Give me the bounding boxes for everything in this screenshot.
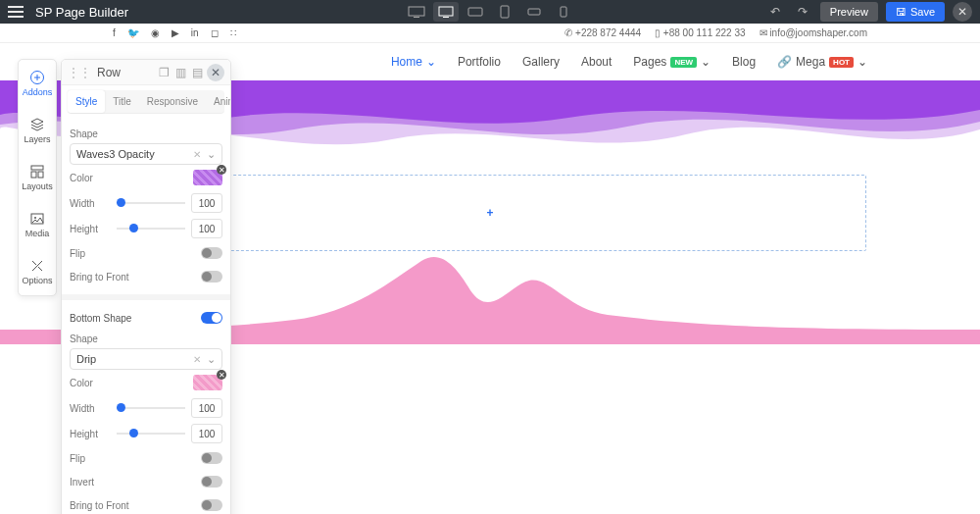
twitter-icon[interactable]: 🐦 [127, 27, 139, 38]
tool-layouts[interactable]: Layouts [19, 154, 56, 201]
width-label: Width [70, 198, 111, 209]
clear-color-icon[interactable]: ✕ [217, 165, 226, 175]
chevron-down-icon: ⌄ [207, 353, 216, 366]
nav-blog[interactable]: Blog [732, 55, 756, 69]
nav-home[interactable]: Home ⌄ [391, 55, 436, 69]
preview-button[interactable]: Preview [820, 2, 878, 22]
nav-gallery[interactable]: Gallery [522, 55, 560, 69]
bottom-color-swatch[interactable]: ✕ [193, 375, 222, 390]
media-icon [29, 211, 45, 227]
clear-color-icon[interactable]: ✕ [217, 370, 226, 380]
plus-circle-icon [29, 70, 45, 85]
phone2: ▯ +88 00 111 222 33 [655, 27, 745, 38]
top-height-slider[interactable] [117, 228, 185, 230]
section-divider [62, 294, 230, 300]
tool-addons[interactable]: Addons [19, 60, 56, 107]
svg-rect-2 [439, 7, 453, 16]
bottom-width-value[interactable]: 100 [191, 398, 222, 418]
new-badge: NEW [670, 57, 697, 68]
device-phone-landscape[interactable] [521, 2, 547, 22]
top-height-value[interactable]: 100 [191, 219, 222, 238]
nav-mega[interactable]: 🔗Mega HOT ⌄ [777, 55, 867, 69]
redo-icon[interactable]: ↷ [793, 2, 812, 22]
svg-rect-4 [468, 8, 482, 16]
tool-media[interactable]: Media [19, 201, 56, 248]
instagram-icon[interactable]: ◻ [211, 27, 219, 38]
columns-icon[interactable]: ▥ [173, 66, 187, 79]
properties-panel: ⋮⋮ Row ❐ ▥ ▤ ✕ Style Title Responsive An… [61, 59, 231, 514]
topbar-actions: ↶ ↷ Preview 🖫Save ✕ [765, 2, 972, 22]
flip-label: Flip [70, 248, 85, 259]
chevron-down-icon: ⌄ [858, 55, 867, 69]
facebook-icon[interactable]: f [113, 27, 116, 38]
shape-label: Shape [70, 128, 222, 139]
nav-about[interactable]: About [581, 55, 612, 69]
bottom-height-value[interactable]: 100 [191, 424, 222, 443]
color-label: Color [70, 378, 111, 388]
height-label: Height [70, 429, 111, 439]
contact-info: ✆ +228 872 4444 ▯ +88 00 111 222 33 ✉ in… [564, 27, 867, 38]
close-button[interactable]: ✕ [953, 2, 972, 22]
menu-icon[interactable] [8, 6, 24, 18]
top-width-slider[interactable] [117, 202, 185, 204]
add-section-button[interactable]: + [482, 205, 498, 221]
bottom-shape-toggle[interactable] [201, 312, 222, 324]
tab-title[interactable]: Title [105, 90, 139, 113]
info-bar: f 🐦 ◉ ▶ in ◻ ∷ ✆ +228 872 4444 ▯ +88 00 … [0, 24, 980, 43]
bring-front-label: Bring to Front [70, 272, 129, 283]
top-flip-toggle[interactable] [201, 247, 222, 259]
device-desktop[interactable] [433, 2, 459, 22]
save-button[interactable]: 🖫Save [886, 2, 945, 22]
linkedin-icon[interactable]: in [191, 27, 199, 38]
top-width-value[interactable]: 100 [191, 193, 222, 213]
device-switcher [404, 2, 576, 22]
nav-pages[interactable]: Pages NEW ⌄ [633, 55, 710, 69]
svg-rect-11 [38, 172, 43, 178]
bottom-shape-select[interactable]: Drip ✕ ⌄ [70, 348, 222, 370]
tab-animation[interactable]: Animation [206, 90, 231, 113]
top-shape-select[interactable]: Waves3 Opacity ✕ ⌄ [70, 143, 222, 165]
color-label: Color [70, 173, 111, 183]
svg-point-13 [34, 217, 36, 219]
nav-portfolio[interactable]: Portfolio [458, 55, 501, 69]
copy-icon[interactable]: ❐ [157, 66, 171, 79]
bottom-front-toggle[interactable] [201, 499, 222, 511]
flickr-icon[interactable]: ∷ [230, 27, 236, 38]
preview-label: Preview [830, 6, 868, 18]
svg-rect-7 [561, 7, 566, 17]
panel-close-icon[interactable]: ✕ [207, 64, 224, 81]
clear-icon[interactable]: ✕ [193, 354, 201, 365]
device-tablet-landscape[interactable] [463, 2, 488, 22]
bottom-invert-toggle[interactable] [201, 476, 222, 488]
youtube-icon[interactable]: ▶ [172, 27, 179, 38]
svg-rect-6 [528, 9, 540, 15]
save-row-icon[interactable]: ▤ [190, 66, 204, 79]
pinterest-icon[interactable]: ◉ [151, 27, 160, 38]
svg-rect-9 [31, 166, 43, 170]
top-color-swatch[interactable]: ✕ [193, 170, 222, 185]
chevron-down-icon: ⌄ [426, 55, 436, 69]
clear-icon[interactable]: ✕ [193, 149, 201, 160]
layers-icon [29, 117, 45, 132]
tool-label: Options [22, 276, 52, 285]
tab-responsive[interactable]: Responsive [139, 90, 206, 113]
panel-tabs: Style Title Responsive Animation [68, 90, 224, 114]
link-icon: 🔗 [777, 55, 792, 69]
tool-layers[interactable]: Layers [19, 107, 56, 154]
panel-body: Shape Waves3 Opacity ✕ ⌄ Color ✕ Width 1… [62, 119, 230, 514]
tool-options[interactable]: Options [19, 248, 56, 295]
email: ✉ info@joomshaper.com [760, 27, 867, 38]
bottom-height-slider[interactable] [117, 433, 185, 435]
select-value: Drip [76, 353, 96, 365]
undo-icon[interactable]: ↶ [765, 2, 785, 22]
device-desktop-wide[interactable] [404, 2, 429, 22]
device-phone[interactable] [551, 2, 576, 22]
bottom-flip-toggle[interactable] [201, 452, 222, 464]
bottom-width-slider[interactable] [117, 407, 185, 409]
tab-style[interactable]: Style [68, 90, 105, 113]
drag-icon[interactable]: ⋮⋮ [68, 66, 91, 79]
width-label: Width [70, 403, 111, 414]
chevron-down-icon: ⌄ [701, 55, 710, 69]
top-front-toggle[interactable] [201, 271, 222, 283]
device-tablet[interactable] [492, 2, 517, 22]
